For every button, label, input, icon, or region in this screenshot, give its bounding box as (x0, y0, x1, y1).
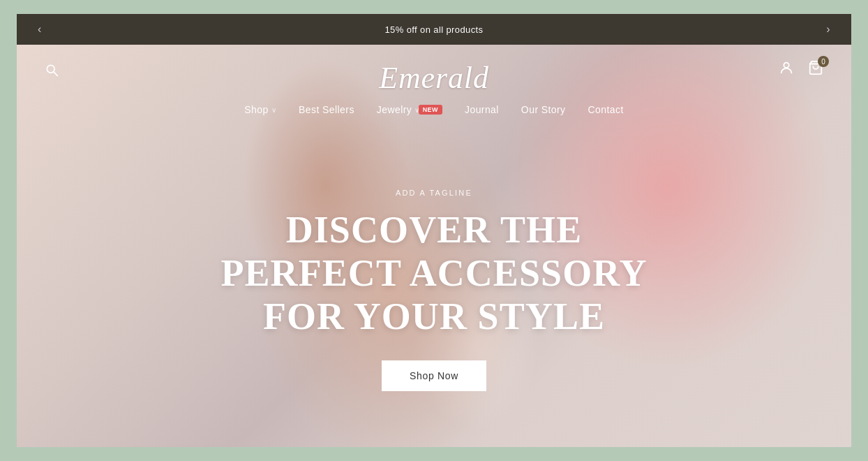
chevron-down-icon: ∨ (271, 106, 276, 114)
hero-tagline: ADD A TAGLINE (17, 189, 851, 197)
site-logo[interactable]: Emerald (379, 60, 489, 96)
nav-item-journal[interactable]: Journal (465, 104, 499, 115)
svg-line-1 (54, 72, 57, 75)
hero-headline: DISCOVER THE PERFECT ACCESSORY FOR YOUR … (17, 208, 851, 338)
nav-item-bestsellers[interactable]: Best Sellers (299, 104, 354, 115)
announcement-bar: ‹ 15% off on all products › (17, 14, 851, 45)
account-icon[interactable] (779, 60, 794, 79)
header-icons: 0 (779, 60, 823, 79)
nav-item-shop[interactable]: Shop ∨ (244, 104, 276, 115)
svg-point-2 (784, 63, 788, 68)
announcement-text: 15% off on all products (385, 24, 484, 35)
hero-content: ADD A TAGLINE DISCOVER THE PERFECT ACCES… (17, 189, 851, 391)
shop-now-button[interactable]: Shop Now (382, 360, 486, 391)
site-header: Emerald 0 (17, 45, 851, 122)
chevron-down-icon: ∨ (414, 106, 419, 114)
new-badge: NEW (419, 105, 442, 115)
main-nav: Shop ∨ Best Sellers Jewelry ∨ NEW Journa… (244, 101, 624, 122)
nav-item-jewelry[interactable]: Jewelry ∨ NEW (377, 104, 442, 115)
nav-item-contact[interactable]: Contact (588, 104, 624, 115)
search-icon[interactable] (45, 63, 59, 80)
cart-icon[interactable]: 0 (808, 60, 823, 79)
nav-item-our-story[interactable]: Our Story (521, 104, 566, 115)
cart-count-badge: 0 (818, 56, 829, 67)
announcement-prev-arrow[interactable]: ‹ (24, 23, 56, 36)
hero-section: Emerald 0 (17, 45, 851, 447)
header-top: Emerald 0 (17, 45, 851, 101)
announcement-next-arrow[interactable]: › (812, 23, 844, 36)
browser-frame: ‹ 15% off on all products › Emerald (17, 14, 851, 447)
